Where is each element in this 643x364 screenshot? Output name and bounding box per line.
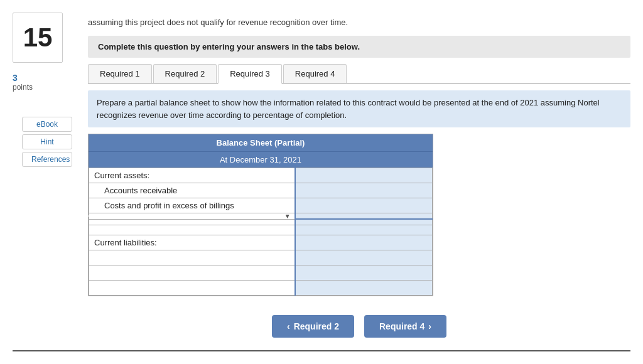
liabilities-row1-value[interactable] (295, 250, 433, 265)
question-number-text: 15 (23, 23, 53, 53)
current-assets-label: Current assets: (89, 168, 295, 183)
bottom-divider (13, 350, 630, 351)
liabilities-row2-value[interactable] (295, 265, 433, 281)
table-row (89, 219, 433, 225)
dropdown-arrow-icon: ▼ (284, 213, 291, 220)
prev-arrow-icon: ‹ (287, 321, 290, 331)
bottom-nav: ‹ Required 2 Required 4 › (88, 309, 630, 350)
bs-table: Current assets: Accounts receivable Cost… (89, 168, 433, 296)
table-row (89, 225, 433, 235)
ebook-button[interactable]: eBook (22, 117, 72, 132)
right-panel: assuming this project does not qualify f… (82, 13, 630, 350)
sidebar-buttons: eBook Hint References (13, 117, 82, 167)
tab-required4[interactable]: Required 4 (283, 64, 347, 83)
liabilities-row3-label (89, 281, 295, 296)
current-liabilities-label: Current liabilities: (89, 235, 295, 250)
points-label: points (13, 83, 82, 92)
costs-profit-label: Costs and profit in excess of billings (89, 198, 295, 213)
table-row: Accounts receivable (89, 183, 433, 198)
table-row: Current assets: (89, 168, 433, 183)
prev-button-label: Required 2 (294, 321, 339, 331)
tabs-row: Required 1 Required 2 Required 3 Require… (88, 64, 630, 84)
tab-required3[interactable]: Required 3 (218, 64, 282, 84)
table-row: Current liabilities: (89, 235, 433, 250)
tab-required2[interactable]: Required 2 (153, 64, 217, 83)
hint-button[interactable]: Hint (22, 134, 72, 149)
bs-title: Balance Sheet (Partial) (89, 134, 433, 152)
liabilities-row1-label (89, 250, 295, 265)
table-row: ▼ (89, 213, 433, 220)
tab-required1[interactable]: Required 1 (88, 64, 152, 83)
total-value[interactable] (295, 219, 433, 225)
table-row (89, 281, 433, 296)
balance-sheet: Balance Sheet (Partial) At December 31, … (88, 134, 433, 296)
instruction-box: Complete this question by entering your … (88, 36, 630, 58)
prev-button[interactable]: ‹ Required 2 (272, 315, 354, 338)
table-row: Costs and profit in excess of billings (89, 198, 433, 213)
dropdown-value-cell[interactable] (295, 213, 433, 220)
bs-date: At December 31, 2021 (89, 152, 433, 168)
left-panel: 15 3 points eBook Hint References (13, 13, 82, 350)
accounts-receivable-label: Accounts receivable (89, 183, 295, 198)
costs-profit-input[interactable] (295, 198, 433, 213)
table-row (89, 250, 433, 265)
references-button[interactable]: References (22, 152, 72, 167)
accounts-receivable-input[interactable] (295, 183, 433, 198)
spacer-label (89, 225, 295, 235)
next-arrow-icon: › (428, 321, 431, 331)
liabilities-row2-label (89, 265, 295, 281)
table-row (89, 265, 433, 281)
total-label (89, 219, 295, 225)
current-assets-value (295, 168, 433, 183)
points-value: 3 (13, 73, 82, 83)
next-button[interactable]: Required 4 › (364, 315, 446, 338)
liabilities-row3-value[interactable] (295, 281, 433, 296)
prepare-text: Prepare a partial balance sheet to show … (88, 90, 630, 127)
question-text: assuming this project does not qualify f… (88, 18, 630, 27)
dropdown-cell[interactable]: ▼ (89, 213, 295, 220)
question-number: 15 (13, 13, 63, 63)
current-liabilities-value (295, 235, 433, 250)
next-button-label: Required 4 (379, 321, 424, 331)
spacer-value (295, 225, 433, 235)
